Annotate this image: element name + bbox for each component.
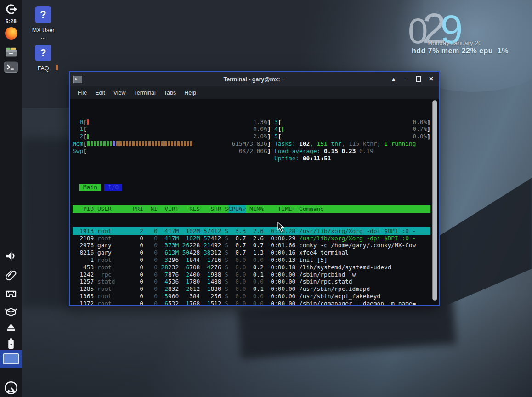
cpu-meter-2: 2[2.0%] bbox=[73, 133, 271, 140]
process-row[interactable]: 1285root00283220121880S0.00.10:00.00/usr… bbox=[73, 285, 430, 293]
terminal-window: >_ Terminal - gary@mx: ~ ▲ − × File Edit… bbox=[69, 71, 440, 306]
package-manager-button[interactable] bbox=[0, 304, 22, 319]
process-row[interactable]: 1365root005900384256S0.00.00:00.00/usr/s… bbox=[73, 293, 430, 300]
process-table: 1913root20417M102M57412S3.32.60:30.28/us… bbox=[73, 227, 430, 305]
scrollbar-thumb[interactable] bbox=[432, 100, 437, 301]
column-header-virt[interactable]: VIRT bbox=[158, 205, 179, 213]
desktop-icon-mx-user-manual[interactable]: ? MX User ... bbox=[31, 6, 55, 40]
mx-logo-shape-left bbox=[20, 138, 75, 308]
column-header-s[interactable]: S bbox=[221, 205, 228, 213]
process-row[interactable]: 1242_rpc00787624001988S0.00.10:00.00/sbi… bbox=[73, 271, 430, 278]
gauge-icon bbox=[3, 380, 19, 396]
terminal-scrollbar[interactable] bbox=[432, 100, 437, 302]
logout-button[interactable] bbox=[0, 3, 22, 16]
cpu-meter-4: 4[0.7%] bbox=[274, 125, 430, 133]
maximize-button[interactable] bbox=[416, 76, 421, 82]
menu-file[interactable]: File bbox=[74, 90, 91, 96]
cpu-meter-5: 5[0.0%] bbox=[274, 133, 430, 140]
eject-icon bbox=[5, 321, 17, 334]
terminal-launcher[interactable] bbox=[0, 61, 22, 73]
shade-window-button[interactable]: ▲ bbox=[391, 76, 396, 82]
clipboard-manager-button[interactable] bbox=[0, 267, 22, 283]
htop-screen: 0[1.3%]3[0.0%]1[0.0%]4[0.7%]2[2.0%]5[0.0… bbox=[70, 99, 439, 305]
conky-clock: 029 bbox=[408, 7, 458, 50]
column-header-res[interactable]: RES bbox=[179, 205, 200, 213]
uptime: Uptime: 00:11:51 bbox=[274, 155, 430, 162]
icon-glyph: ? bbox=[40, 9, 46, 21]
menu-terminal[interactable]: Terminal bbox=[130, 90, 160, 96]
column-header-cpu[interactable]: CPU%▽ bbox=[228, 205, 246, 213]
window-titlebar[interactable]: >_ Terminal - gary@mx: ~ ▲ − × bbox=[70, 72, 439, 86]
clock-digit: 2 bbox=[422, 5, 440, 52]
background-bottom-shade bbox=[0, 294, 532, 397]
notification-mark bbox=[56, 65, 58, 70]
file-manager-icon bbox=[4, 45, 18, 59]
column-header-user[interactable]: USER bbox=[97, 205, 129, 213]
conky-system-stats: hdd 7% mem 22% cpu 1% bbox=[412, 47, 509, 55]
process-table-header: PIDUSERPRINIVIRTRESSHRSCPU%▽MEM%TIME+Com… bbox=[73, 205, 430, 213]
process-row[interactable]: 453root002823267084276S0.00.20:00.18/lib… bbox=[73, 264, 430, 271]
battery-icon bbox=[5, 337, 17, 351]
desktop: 5:28 bbox=[0, 0, 532, 397]
desktop-icon-faq[interactable]: ? FAQ bbox=[31, 45, 55, 72]
htop-tab-io[interactable]: I/O bbox=[104, 184, 122, 191]
speaker-icon bbox=[4, 249, 18, 263]
panel-clock-label: 5:28 bbox=[6, 18, 17, 24]
workspace-switcher[interactable] bbox=[0, 350, 22, 368]
mouse-cursor bbox=[277, 222, 285, 233]
column-header-pid[interactable]: PID bbox=[73, 205, 94, 213]
process-row[interactable]: 1372root00653217681512S0.00.00:00.00/sbi… bbox=[73, 300, 430, 305]
process-row[interactable]: 2976gary00373M2622821492S0.70.70:01.66co… bbox=[73, 242, 430, 249]
paperclip-icon bbox=[4, 267, 18, 283]
eject-button[interactable] bbox=[0, 321, 22, 334]
tasks-summary: Tasks: 102, 151 thr, 115 kthr; 1 running bbox=[274, 140, 430, 147]
column-header-mem[interactable]: MEM% bbox=[246, 205, 264, 213]
window-title: Terminal - gary@mx: ~ bbox=[70, 76, 439, 83]
workspace-1 bbox=[3, 353, 19, 364]
menu-tabs[interactable]: Tabs bbox=[160, 90, 180, 96]
close-button[interactable]: × bbox=[429, 76, 433, 82]
firefox-icon bbox=[5, 27, 17, 40]
swap-meter: Swp[0K/2.00G] bbox=[73, 147, 271, 155]
volume-button[interactable] bbox=[0, 249, 22, 263]
panel-clock[interactable]: 5:28 bbox=[0, 18, 22, 24]
cpu-meter-1: 1[0.0%] bbox=[73, 125, 271, 133]
question-mark-icon: ? bbox=[35, 45, 51, 61]
clock-digit: 0 bbox=[408, 11, 422, 51]
column-header-pri[interactable]: PRI bbox=[129, 205, 143, 213]
network-button[interactable] bbox=[0, 287, 22, 301]
menu-edit[interactable]: Edit bbox=[91, 90, 109, 96]
desktop-icon-label: MX User ... bbox=[31, 27, 55, 40]
terminal-icon bbox=[4, 61, 18, 73]
power-arrow-icon bbox=[5, 3, 17, 16]
menu-view[interactable]: View bbox=[109, 90, 130, 96]
process-row[interactable]: 8216gary00613M5042838312S0.71.30:00.16xf… bbox=[73, 249, 430, 256]
process-row[interactable]: 1257statd00453617801488S0.00.00:00.00/sb… bbox=[73, 278, 430, 285]
ethernet-icon bbox=[4, 287, 18, 301]
column-header-shr[interactable]: SHR bbox=[200, 205, 221, 213]
system-monitor-button[interactable] bbox=[0, 380, 22, 396]
mx-logo-shape-right bbox=[430, 165, 532, 312]
process-row[interactable]: 2109root00417M102M57412S0.72.60:00.29/us… bbox=[73, 235, 430, 242]
maximize-icon bbox=[416, 76, 421, 82]
menu-help[interactable]: Help bbox=[180, 90, 200, 96]
process-row[interactable]: 1root00329618441716S0.00.00:00.13init [5… bbox=[73, 256, 430, 264]
cpu-meter-0: 0[1.3%] bbox=[73, 119, 271, 126]
htop-tab-bar: MainI/O bbox=[73, 184, 430, 191]
question-mark-icon: ? bbox=[35, 6, 51, 23]
htop-tab-main[interactable]: Main bbox=[79, 184, 101, 191]
window-menubar: File Edit View Terminal Tabs Help bbox=[70, 86, 439, 99]
load-average: Load average: 0.15 0.23 0.19 bbox=[274, 147, 430, 155]
conky-date: Monday January 20 bbox=[427, 40, 482, 46]
clock-digit: 9 bbox=[441, 6, 458, 52]
battery-button[interactable] bbox=[0, 337, 22, 351]
file-manager-launcher[interactable] bbox=[0, 45, 22, 59]
process-row[interactable]: 1913root20417M102M57412S3.32.60:30.28/us… bbox=[73, 227, 430, 235]
minimize-button[interactable]: − bbox=[404, 76, 408, 82]
firefox-launcher[interactable] bbox=[0, 27, 22, 40]
package-box-icon bbox=[4, 304, 18, 319]
column-header-time[interactable]: TIME+ bbox=[264, 205, 295, 213]
column-header-ni[interactable]: NI bbox=[143, 205, 158, 213]
window-controls: ▲ − × bbox=[391, 76, 439, 82]
column-header-cmd[interactable]: Command bbox=[299, 205, 430, 213]
